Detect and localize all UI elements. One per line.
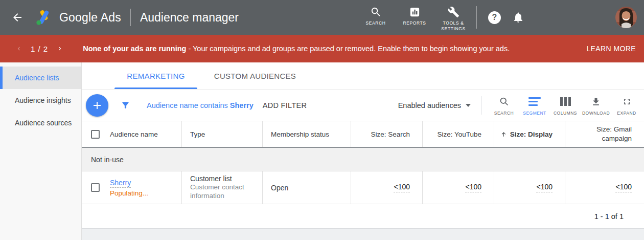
row-checkbox[interactable] <box>91 183 100 192</box>
download-button[interactable]: DOWNLOAD <box>581 95 611 116</box>
filter-toolbar: Audience name contains Sherry ADD FILTER… <box>82 90 644 121</box>
table-header-row: Audience name Type Membership status Siz… <box>82 121 644 148</box>
sidebar-item-audience-lists[interactable]: Audience lists <box>0 67 81 89</box>
top-app-bar: Google Ads Audience manager SEARCH REPOR… <box>0 0 644 35</box>
segment-button[interactable]: SEGMENT <box>519 95 550 116</box>
group-row-not-in-use: Not in-use <box>82 148 644 171</box>
size-gmail-value[interactable]: <100 <box>615 183 632 192</box>
download-icon <box>591 96 601 107</box>
alert-pager: 1 / 2 <box>31 45 48 53</box>
alert-next-icon[interactable] <box>54 43 65 54</box>
group-row-label: Not in-use <box>91 156 124 164</box>
select-all-checkbox[interactable] <box>91 130 100 139</box>
alert-banner: 1 / 2 None of your ads are running - You… <box>0 35 644 62</box>
learn-more-button[interactable]: LEARN MORE <box>586 45 636 53</box>
sort-ascending-icon <box>500 131 507 138</box>
alert-message: None of your ads are running - Your camp… <box>83 45 510 53</box>
back-arrow-icon[interactable] <box>10 10 25 25</box>
size-display-value[interactable]: <100 <box>536 183 553 192</box>
bell-icon <box>512 11 524 24</box>
expand-label: EXPAND <box>617 111 636 116</box>
header-membership-status[interactable]: Membership status <box>262 121 351 147</box>
topbar-nav: SEARCH REPORTS TOOLS & SETTINGS <box>358 3 471 32</box>
avatar[interactable] <box>615 7 637 28</box>
chevron-down-icon <box>466 104 471 107</box>
header-audience-name-label[interactable]: Audience name <box>110 130 158 138</box>
search-nav-label: SEARCH <box>365 20 385 26</box>
alert-prev-icon[interactable] <box>13 43 25 54</box>
header-type[interactable]: Type <box>181 121 262 147</box>
product-name: Google Ads <box>59 11 121 25</box>
tab-custom-audiences[interactable]: CUSTOM AUDIENCES <box>197 62 313 89</box>
columns-button[interactable]: COLUMNS <box>550 95 581 116</box>
filter-funnel-icon[interactable] <box>121 100 130 110</box>
sidebar-item-audience-insights[interactable]: Audience insights <box>0 89 81 112</box>
search-icon <box>499 96 510 107</box>
tools-settings-nav-button[interactable]: TOOLS & SETTINGS <box>435 3 471 32</box>
google-ads-logo[interactable] <box>35 9 53 26</box>
header-size-search-label: Size: Search <box>371 130 410 138</box>
search-nav-button[interactable]: SEARCH <box>358 3 394 26</box>
help-button[interactable]: ? <box>488 11 501 24</box>
header-audience-name: Audience name <box>82 121 181 147</box>
audience-view-dropdown[interactable]: Enabled audiences <box>398 101 471 110</box>
download-label: DOWNLOAD <box>582 111 610 116</box>
active-filter-chip[interactable]: Audience name contains Sherry <box>147 101 254 110</box>
cell-size-gmail: <100 <box>565 171 644 204</box>
header-size-gmail[interactable]: Size: Gmail campaign <box>565 121 644 147</box>
table-search-label: SEARCH <box>494 111 514 116</box>
notifications-button[interactable] <box>512 11 524 24</box>
alert-message-bold: None of your ads are running <box>83 45 186 53</box>
reports-nav-label: REPORTS <box>403 20 426 26</box>
filter-chip-value: Sherry <box>230 101 254 110</box>
add-audience-button[interactable] <box>86 94 108 117</box>
alert-message-rest: - Your campaigns and ad groups are pause… <box>186 45 510 53</box>
table-pagination: 1 - 1 of 1 <box>82 204 644 229</box>
wrench-icon <box>448 6 459 18</box>
page-background <box>82 229 644 240</box>
membership-value: Open <box>271 184 288 192</box>
header-size-youtube[interactable]: Size: YouTube <box>422 121 494 147</box>
cell-size-youtube: <100 <box>422 171 494 204</box>
cell-membership-status: Open <box>262 171 351 204</box>
cell-size-search: <100 <box>351 171 422 204</box>
expand-button[interactable]: EXPAND <box>611 95 642 116</box>
table-search-button[interactable]: SEARCH <box>489 95 519 116</box>
expand-icon <box>622 96 632 107</box>
segment-icon <box>528 96 541 107</box>
audience-name-link[interactable]: Sherry <box>110 179 131 188</box>
size-search-value[interactable]: <100 <box>394 183 410 192</box>
main-panel: REMARKETING CUSTOM AUDIENCES Audience na… <box>82 62 644 240</box>
type-detail: Customer contact information <box>190 183 252 201</box>
size-youtube-value[interactable]: <100 <box>465 183 481 192</box>
tab-remarketing[interactable]: REMARKETING <box>114 62 197 89</box>
filter-chip-prefix: Audience name contains <box>147 101 230 110</box>
header-size-youtube-label: Size: YouTube <box>437 130 481 138</box>
topbar-separator <box>476 6 477 29</box>
toolbar-separator <box>481 96 481 115</box>
populating-status: Populating... <box>110 189 148 197</box>
header-type-label: Type <box>190 130 205 138</box>
tools-settings-nav-label: TOOLS & SETTINGS <box>439 20 468 32</box>
tab-bar: REMARKETING CUSTOM AUDIENCES <box>82 62 644 90</box>
header-membership-label: Membership status <box>271 130 329 138</box>
sidebar-item-audience-sources[interactable]: Audience sources <box>0 112 81 134</box>
columns-icon <box>560 96 571 107</box>
reports-nav-button[interactable]: REPORTS <box>397 3 432 26</box>
cell-type: Customer list Customer contact informati… <box>181 171 262 204</box>
cell-size-display: <100 <box>494 171 565 204</box>
title-divider <box>130 9 131 26</box>
header-size-display[interactable]: Size: Display <box>494 121 565 147</box>
page-title: Audience manager <box>140 11 239 25</box>
view-dropdown-label: Enabled audiences <box>398 101 461 110</box>
header-size-display-label: Size: Display <box>510 130 553 138</box>
columns-label: COLUMNS <box>554 111 577 116</box>
search-icon <box>370 6 382 18</box>
plus-icon <box>91 99 103 112</box>
content: Audience lists Audience insights Audienc… <box>0 62 644 240</box>
table-row: Sherry Populating... Customer list Custo… <box>82 171 644 204</box>
header-size-search[interactable]: Size: Search <box>351 121 422 147</box>
cell-audience-name: Sherry Populating... <box>82 171 181 204</box>
add-filter-button[interactable]: ADD FILTER <box>263 101 307 110</box>
pagination-label: 1 - 1 of 1 <box>594 212 624 221</box>
